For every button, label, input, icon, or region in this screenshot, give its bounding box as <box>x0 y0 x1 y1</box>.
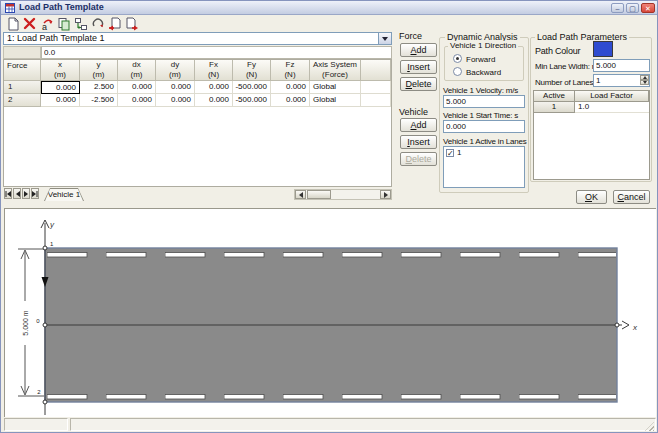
force-add-button[interactable]: Add <box>400 43 437 57</box>
x-axis-label: x <box>632 323 638 332</box>
cell-fz[interactable]: 0.000 <box>271 94 310 107</box>
force-table: Force x(m) y(m) dx(m) dy(m) Fx(N) Fy(N) … <box>3 59 392 187</box>
vehicle-insert-button[interactable]: Insert <box>400 135 437 149</box>
copy-template-button[interactable] <box>55 16 72 32</box>
column-header-axis-system: Axis System(Force) <box>310 60 361 81</box>
export-icon <box>125 17 139 31</box>
spinner-buttons[interactable] <box>640 75 649 84</box>
cell-y[interactable]: -2.500 <box>80 94 118 107</box>
node-marker <box>43 246 47 250</box>
prev-icon <box>15 191 20 197</box>
cell-x[interactable]: 0.000 <box>41 94 80 107</box>
force-panel-label: Force <box>399 31 422 41</box>
export-button[interactable] <box>123 16 140 32</box>
cell-x-selected[interactable]: 0.000 <box>41 81 80 94</box>
ok-button[interactable]: OK <box>576 190 607 204</box>
rotate-button[interactable] <box>89 16 106 32</box>
delete-template-button[interactable] <box>21 16 38 32</box>
vehicle-add-button[interactable]: Add <box>400 118 437 132</box>
column-header-dy: dy(m) <box>156 60 195 81</box>
node-label-2: 2 <box>37 389 41 395</box>
cell-dx[interactable]: 0.000 <box>118 94 156 107</box>
min-lane-width-label: Min Lane Width: m <box>535 62 598 71</box>
node-label-0: 0 <box>36 318 40 324</box>
cell-axis-system[interactable]: Global <box>310 94 361 107</box>
new-document-icon <box>6 17 20 31</box>
import-button[interactable] <box>106 16 123 32</box>
cell-fz[interactable]: 0.000 <box>271 81 310 94</box>
spin-down-icon[interactable] <box>640 80 649 85</box>
toolbar: a <box>1 15 657 32</box>
next-tab-button[interactable] <box>22 188 30 199</box>
number-of-lanes-spinner[interactable] <box>593 74 650 87</box>
status-pane <box>70 418 656 431</box>
active-lanes-listbox[interactable]: ✓ 1 <box>443 146 525 188</box>
cancel-button[interactable]: Cancel <box>613 190 650 204</box>
scroll-left-button[interactable] <box>295 190 306 199</box>
combo-dropdown-button[interactable] <box>378 33 391 44</box>
min-lane-width-input[interactable] <box>593 59 650 72</box>
start-time-label: Vehicle 1 Start Time: s <box>443 111 518 120</box>
horizontal-scrollbar[interactable] <box>294 189 392 200</box>
scroll-right-button[interactable] <box>380 190 391 199</box>
cell-fx[interactable]: 0.000 <box>195 81 233 94</box>
last-tab-button[interactable] <box>31 188 39 199</box>
cell-edit-bar[interactable] <box>41 46 392 59</box>
column-header-fy: Fy(N) <box>233 60 271 81</box>
rename-template-button[interactable]: a <box>38 16 55 32</box>
maximize-button[interactable]: ▢ <box>626 3 639 13</box>
cell-axis-system[interactable]: Global <box>310 81 361 94</box>
node-marker <box>615 323 619 327</box>
next-icon <box>24 191 29 197</box>
force-delete-button[interactable]: Delete <box>400 77 437 91</box>
force-insert-button[interactable]: Insert <box>400 60 437 74</box>
prev-tab-button[interactable] <box>13 188 21 199</box>
lane-checkbox-row[interactable]: ✓ 1 <box>444 147 524 158</box>
vehicle-delete-button: Delete <box>400 152 437 166</box>
row-header[interactable]: 2 <box>4 94 41 107</box>
path-colour-swatch[interactable] <box>593 41 613 57</box>
lane-markings <box>47 252 616 400</box>
status-bar <box>4 418 656 431</box>
template-selector[interactable]: 1: Load Path Template 1 <box>3 32 392 45</box>
load-factor-cell[interactable]: 1.0 <box>575 102 649 113</box>
checkbox-checked-icon[interactable]: ✓ <box>446 149 454 157</box>
start-time-input[interactable] <box>443 120 525 133</box>
column-header-dx: dx(m) <box>118 60 156 81</box>
radio-dot <box>456 57 459 60</box>
cell-fx[interactable]: 0.000 <box>195 94 233 107</box>
minimize-button[interactable]: – <box>611 3 624 13</box>
y-axis-label: y <box>49 220 55 229</box>
cell-dy[interactable]: 0.000 <box>156 81 195 94</box>
window-title: Load Path Template <box>19 1 609 14</box>
cell-y[interactable]: 2.500 <box>80 81 118 94</box>
new-template-button[interactable] <box>4 16 21 32</box>
cell-fy[interactable]: -500.000 <box>233 81 271 94</box>
scrollbar-thumb[interactable] <box>307 190 331 199</box>
template-selector-value: 1: Load Path Template 1 <box>4 33 378 44</box>
forward-radio[interactable] <box>453 54 462 63</box>
tab-vehicle-1[interactable]: Vehicle 1 <box>44 188 84 201</box>
lane-row-header[interactable]: 1 <box>534 102 575 113</box>
rotate-icon <box>91 17 105 31</box>
cell-dx[interactable]: 0.000 <box>118 81 156 94</box>
backward-radio[interactable] <box>453 67 462 76</box>
row-header[interactable]: 1 <box>4 81 41 94</box>
app-icon <box>5 3 15 13</box>
title-bar: Load Path Template – ▢ ✕ <box>1 1 657 15</box>
load-path-preview: x y 5.000 m 1 0 2 <box>4 208 656 417</box>
rename-icon: a <box>40 17 54 31</box>
cell-dy[interactable]: 0.000 <box>156 94 195 107</box>
tab-label: Vehicle 1 <box>45 189 83 201</box>
cell-fy[interactable]: -500.000 <box>233 94 271 107</box>
first-tab-button[interactable] <box>4 188 12 199</box>
force-table-header: Force x(m) y(m) dx(m) dy(m) Fx(N) Fy(N) … <box>4 60 391 81</box>
x-axis-arrow-icon <box>622 321 629 329</box>
node-label-1: 1 <box>50 241 54 247</box>
close-button[interactable]: ✕ <box>641 3 655 13</box>
load-path-diagram: x y 5.000 m 1 0 2 <box>5 209 657 418</box>
resize-grip[interactable] <box>645 422 654 431</box>
dependencies-button[interactable] <box>72 16 89 32</box>
column-header-filler <box>361 60 391 81</box>
velocity-input[interactable] <box>443 95 525 108</box>
